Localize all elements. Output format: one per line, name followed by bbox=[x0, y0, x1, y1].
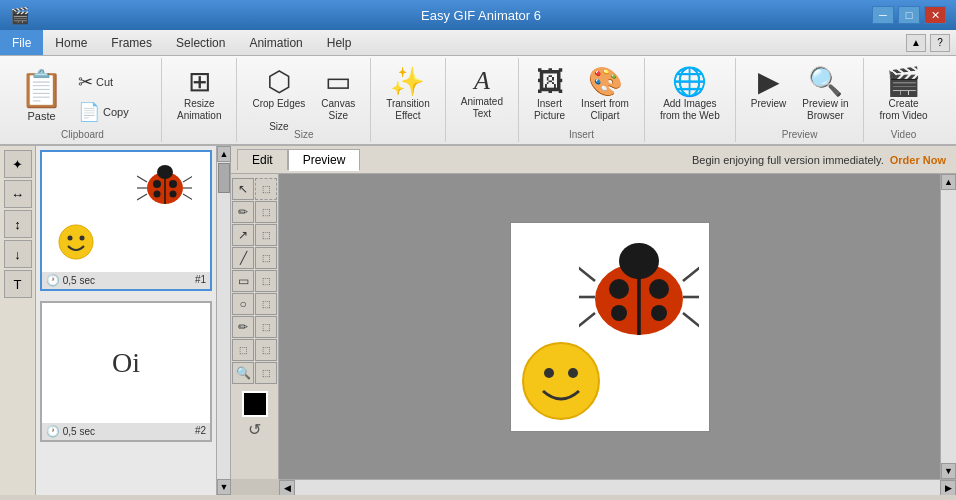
svg-point-22 bbox=[651, 305, 667, 321]
ribbon-group-animated-text: A AnimatedText bbox=[446, 58, 519, 142]
paste-icon: 📋 bbox=[19, 68, 64, 110]
tool-select[interactable]: ↖ bbox=[232, 178, 254, 200]
svg-point-20 bbox=[649, 279, 669, 299]
frame-1-num: #1 bbox=[195, 274, 206, 287]
tool-magic[interactable]: ⬚ bbox=[255, 201, 277, 223]
tool-zoom-out[interactable]: ⬚ bbox=[255, 362, 277, 384]
insert-clipart-button[interactable]: 🎨 Insert fromClipart bbox=[574, 64, 636, 126]
tool-ellipse[interactable]: ○ bbox=[232, 293, 254, 315]
paste-button[interactable]: 📋 Paste bbox=[12, 64, 71, 126]
tab-preview[interactable]: Preview bbox=[288, 149, 361, 171]
tool-rect[interactable]: ▭ bbox=[232, 270, 254, 292]
svg-point-21 bbox=[611, 305, 627, 321]
sidebar-tool-5[interactable]: T bbox=[4, 270, 32, 298]
canvas-scroll-down[interactable]: ▼ bbox=[941, 463, 956, 479]
insert-picture-button[interactable]: 🖼 InsertPicture bbox=[527, 64, 572, 126]
transition-icon: ✨ bbox=[390, 68, 425, 96]
canvas-scroll-up[interactable]: ▲ bbox=[941, 174, 956, 190]
frames-scroll-down[interactable]: ▼ bbox=[217, 479, 231, 495]
menu-selection[interactable]: Selection bbox=[164, 30, 237, 55]
crop-edges-button[interactable]: ⬡ Crop Edges Size bbox=[245, 64, 312, 137]
help-button[interactable]: ? bbox=[930, 34, 950, 52]
tool-fill-ellipse[interactable]: ⬚ bbox=[255, 293, 277, 315]
tool-stamp[interactable]: ⬚ bbox=[232, 339, 254, 361]
insert-picture-icon: 🖼 bbox=[536, 68, 564, 96]
ribbon-group-resize: ⊞ ResizeAnimation bbox=[162, 58, 237, 142]
tab-edit[interactable]: Edit bbox=[237, 149, 288, 170]
canvas-scroll-left[interactable]: ◀ bbox=[279, 480, 295, 495]
copy-icon: 📄 bbox=[78, 101, 100, 123]
create-from-video-button[interactable]: 🎬 Createfrom Video bbox=[872, 64, 934, 126]
preview-group-label: Preview bbox=[782, 129, 818, 140]
svg-line-7 bbox=[137, 176, 147, 182]
sidebar-tool-1[interactable]: ✦ bbox=[4, 150, 32, 178]
svg-point-29 bbox=[523, 343, 599, 419]
tool-crop[interactable]: ↗ bbox=[232, 224, 254, 246]
ribbon-group-insert: 🖼 InsertPicture 🎨 Insert fromClipart Ins… bbox=[519, 58, 645, 142]
foreground-color[interactable] bbox=[242, 391, 268, 417]
svg-line-28 bbox=[683, 313, 699, 329]
frame-preview-1 bbox=[42, 152, 210, 272]
tool-eyedropper[interactable]: ⬚ bbox=[255, 224, 277, 246]
maximize-button[interactable]: □ bbox=[898, 6, 920, 24]
frame-item-2[interactable]: Oi 🕐 0,5 sec #2 bbox=[40, 301, 212, 442]
svg-point-14 bbox=[68, 236, 73, 241]
frames-scroll-thumb[interactable] bbox=[218, 163, 230, 193]
svg-point-6 bbox=[170, 191, 177, 198]
svg-point-31 bbox=[568, 368, 578, 378]
menu-animation[interactable]: Animation bbox=[237, 30, 314, 55]
tool-brush[interactable]: ✏ bbox=[232, 316, 254, 338]
sidebar-tool-3[interactable]: ↕ bbox=[4, 210, 32, 238]
crop-icon: ⬡ bbox=[267, 68, 291, 96]
menu-bar: File Home Frames Selection Animation Hel… bbox=[0, 30, 956, 56]
copy-button[interactable]: 📄 Copy bbox=[73, 98, 153, 126]
svg-line-9 bbox=[137, 194, 147, 200]
transition-effect-button[interactable]: ✨ TransitionEffect bbox=[379, 64, 437, 126]
ribbon-group-add-images: 🌐 Add Imagesfrom the Web bbox=[645, 58, 736, 142]
menu-frames[interactable]: Frames bbox=[99, 30, 164, 55]
close-button[interactable]: ✕ bbox=[924, 6, 946, 24]
canvas-size-button[interactable]: ▭ CanvasSize bbox=[314, 64, 362, 126]
preview-browser-button[interactable]: 🔍 Preview inBrowser bbox=[795, 64, 855, 126]
sidebar-tool-2[interactable]: ↔ bbox=[4, 180, 32, 208]
svg-line-10 bbox=[183, 176, 192, 182]
resize-animation-button[interactable]: ⊞ ResizeAnimation bbox=[170, 64, 228, 126]
minimize-button[interactable]: ─ bbox=[872, 6, 894, 24]
tool-zoom-in[interactable]: 🔍 bbox=[232, 362, 254, 384]
tool-marquee[interactable]: ⬚ bbox=[255, 178, 277, 200]
preview-button[interactable]: ▶ Preview bbox=[744, 64, 794, 114]
sidebar-tool-4[interactable]: ↓ bbox=[4, 240, 32, 268]
ribbon-collapse-button[interactable]: ▲ bbox=[906, 34, 926, 52]
order-now-link[interactable]: Order Now bbox=[890, 154, 946, 166]
frame-2-time: 🕐 0,5 sec bbox=[46, 425, 95, 438]
tool-lasso[interactable]: ✏ bbox=[232, 201, 254, 223]
canvas-scroll-right[interactable]: ▶ bbox=[940, 480, 956, 495]
ribbon-group-transition: ✨ TransitionEffect bbox=[371, 58, 446, 142]
cut-button[interactable]: ✂ Cut bbox=[73, 68, 153, 96]
svg-line-26 bbox=[683, 265, 699, 281]
svg-point-15 bbox=[80, 236, 85, 241]
canvas-scroll-h: ◀ ▶ bbox=[279, 479, 956, 495]
svg-point-3 bbox=[153, 180, 161, 188]
tool-line[interactable]: ╱ bbox=[232, 247, 254, 269]
frame-2-text: Oi bbox=[112, 347, 140, 379]
rotate-icon[interactable]: ↺ bbox=[248, 420, 261, 439]
tool-eraser[interactable]: ⬚ bbox=[255, 316, 277, 338]
paste-label: Paste bbox=[27, 110, 55, 122]
menu-help[interactable]: Help bbox=[315, 30, 364, 55]
frames-scroll-up[interactable]: ▲ bbox=[217, 146, 231, 162]
add-images-web-button[interactable]: 🌐 Add Imagesfrom the Web bbox=[653, 64, 727, 126]
animated-text-icon: A bbox=[474, 68, 490, 94]
menu-file[interactable]: File bbox=[0, 30, 43, 55]
tool-pen[interactable]: ⬚ bbox=[255, 247, 277, 269]
canvas-icon: ▭ bbox=[325, 68, 351, 96]
ribbon-group-video: 🎬 Createfrom Video Video bbox=[864, 58, 942, 142]
tool-fill-rect[interactable]: ⬚ bbox=[255, 270, 277, 292]
frame-item-1[interactable]: 🕐 0,5 sec #1 bbox=[40, 150, 212, 291]
animated-text-button[interactable]: A AnimatedText bbox=[454, 64, 510, 124]
canvas-area bbox=[279, 174, 940, 479]
tool-text[interactable]: ⬚ bbox=[255, 339, 277, 361]
svg-point-30 bbox=[544, 368, 554, 378]
menu-home[interactable]: Home bbox=[43, 30, 99, 55]
main-area: ✦ ↔ ↕ ↓ T bbox=[0, 146, 956, 495]
